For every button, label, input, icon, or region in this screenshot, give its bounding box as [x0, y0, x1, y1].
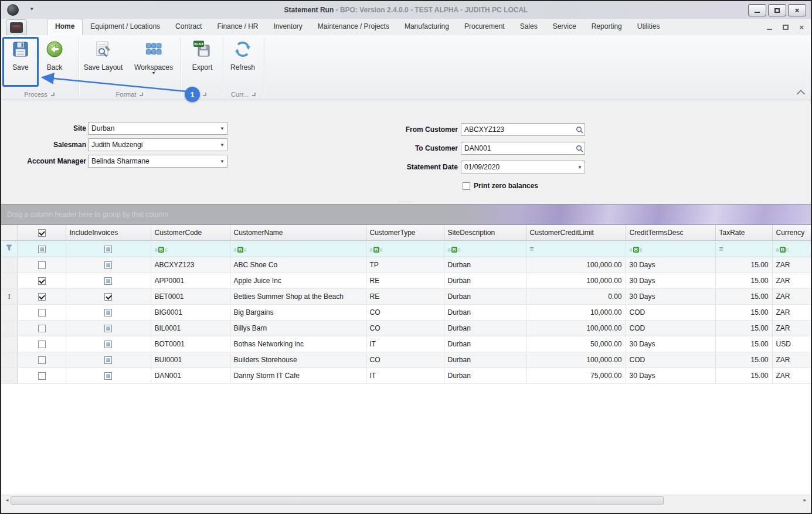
column-header-includeinvoices[interactable]: IncludeInvoices — [66, 225, 151, 241]
chevron-down-icon[interactable]: ▼ — [218, 159, 227, 164]
include-invoices-checkbox[interactable] — [104, 372, 112, 380]
chevron-down-icon[interactable]: ▼ — [575, 165, 585, 170]
application-button[interactable] — [6, 19, 27, 36]
horizontal-scrollbar[interactable]: ◄ ► — [1, 495, 811, 505]
include-invoices-checkbox[interactable] — [104, 341, 112, 348]
grid-row[interactable]: IBET0001Betties Summer Shop at the Beach… — [1, 289, 811, 305]
tab-maintenance-projects[interactable]: Maintenance / Projects — [310, 19, 397, 35]
scroll-right-icon[interactable]: ► — [800, 495, 810, 505]
maximize-button[interactable] — [768, 4, 786, 16]
filter-cell-customercode[interactable]: aBc — [151, 241, 230, 257]
filter-checkbox[interactable] — [104, 246, 112, 253]
grid-row[interactable]: ABCXYZ123ABC Shoe CoTPDurban100,000.0030… — [1, 257, 811, 273]
mdi-minimize-icon[interactable] — [767, 22, 772, 32]
row-select-checkbox[interactable] — [38, 325, 46, 332]
dialog-launcher-icon[interactable] — [203, 93, 206, 96]
filter-cell-customertype[interactable]: aBc — [366, 241, 444, 257]
dialog-launcher-icon[interactable] — [252, 93, 256, 96]
include-invoices-checkbox[interactable] — [104, 356, 112, 364]
column-header-customercreditlimit[interactable]: CustomerCreditLimit — [526, 225, 626, 241]
chevron-down-icon[interactable]: ▼ — [218, 126, 227, 131]
row-select-checkbox[interactable] — [38, 261, 46, 269]
row-select-checkbox[interactable] — [38, 309, 46, 316]
column-header-sitedescription[interactable]: SiteDescription — [444, 225, 526, 241]
column-header-customercode[interactable]: CustomerCode — [151, 225, 230, 241]
tab-equipment-locations[interactable]: Equipment / Locations — [83, 19, 168, 35]
splitter-handle[interactable] — [1, 199, 811, 204]
collapse-ribbon-icon[interactable] — [797, 90, 805, 98]
filter-cell-currency[interactable]: aBc — [772, 241, 811, 257]
row-select-cell[interactable] — [18, 368, 66, 384]
filter-cell-taxrate[interactable]: = — [715, 241, 772, 257]
from-customer-lookup[interactable]: ABCXYZ123 — [461, 123, 585, 136]
print-zero-balances-option[interactable]: Print zero balances — [463, 182, 538, 190]
column-header-taxrate[interactable]: TaxRate — [715, 225, 772, 241]
filter-checkbox[interactable] — [38, 246, 46, 253]
row-select-checkbox[interactable] — [38, 293, 46, 301]
dialog-launcher-icon[interactable] — [140, 93, 143, 96]
text-filter-icon[interactable]: aBc — [234, 245, 247, 253]
mdi-restore-icon[interactable] — [783, 22, 789, 32]
tab-inventory[interactable]: Inventory — [266, 19, 310, 35]
text-filter-icon[interactable]: aBc — [448, 245, 461, 253]
filter-cell-includeinvoices[interactable] — [66, 241, 151, 257]
back-button[interactable]: Back — [39, 38, 70, 88]
save-layout-button[interactable]: Save Layout — [82, 38, 124, 88]
grid-row[interactable]: BOT0001Bothas Networking incITDurban50,0… — [1, 336, 811, 352]
tab-manufacturing[interactable]: Manufacturing — [397, 19, 457, 35]
filter-cell-credittermsdesc[interactable]: aBc — [626, 241, 715, 257]
filter-cell-customername[interactable]: aBc — [230, 241, 366, 257]
column-header-currency[interactable]: Currency — [772, 225, 811, 241]
numeric-filter-icon[interactable]: = — [530, 245, 534, 253]
filter-select-cell[interactable] — [18, 241, 66, 257]
mdi-close-icon[interactable]: × — [799, 23, 804, 32]
include-invoices-cell[interactable] — [66, 321, 151, 336]
include-invoices-cell[interactable] — [66, 352, 151, 368]
include-invoices-cell[interactable] — [66, 257, 151, 273]
grid-row[interactable]: DAN001Danny Storm IT CafeITDurban75,000.… — [1, 368, 811, 384]
close-button[interactable]: × — [788, 4, 806, 16]
filter-cell-customercreditlimit[interactable]: = — [526, 241, 626, 257]
column-header-customertype[interactable]: CustomerType — [366, 225, 444, 241]
column-header-customername[interactable]: CustomerName — [230, 225, 366, 241]
to-customer-lookup[interactable]: DAN001 — [461, 142, 585, 155]
row-select-cell[interactable] — [18, 305, 66, 321]
text-filter-icon[interactable]: aBc — [630, 245, 643, 253]
include-invoices-cell[interactable] — [66, 336, 151, 352]
tab-utilities[interactable]: Utilities — [630, 19, 668, 35]
tab-sales[interactable]: Sales — [512, 19, 545, 35]
minimize-button[interactable] — [748, 4, 766, 16]
row-select-checkbox[interactable] — [38, 356, 46, 364]
tab-home[interactable]: Home — [47, 19, 83, 35]
group-by-panel[interactable]: Drag a column header here to group by th… — [1, 204, 811, 225]
grid-row[interactable]: BIL0001Billys BarnCODurban100,000.00COD1… — [1, 321, 811, 336]
row-select-cell[interactable] — [18, 352, 66, 368]
include-invoices-cell[interactable] — [66, 305, 151, 321]
include-invoices-cell[interactable] — [66, 273, 151, 289]
site-combo[interactable]: Durban ▼ — [88, 122, 227, 135]
include-invoices-checkbox[interactable] — [104, 261, 112, 269]
include-invoices-checkbox[interactable] — [104, 325, 112, 332]
column-header-credittermsdesc[interactable]: CreditTermsDesc — [626, 225, 715, 241]
scrollbar-thumb[interactable] — [11, 496, 664, 505]
select-all-checkbox[interactable] — [38, 229, 46, 237]
row-select-checkbox[interactable] — [38, 341, 46, 348]
include-invoices-checkbox[interactable] — [104, 309, 112, 316]
include-invoices-cell[interactable] — [66, 368, 151, 384]
salesman-combo[interactable]: Judith Mudzengi ▼ — [88, 138, 227, 151]
select-all-header[interactable] — [18, 225, 66, 241]
statement-date-picker[interactable]: 01/09/2020 ▼ — [461, 161, 585, 173]
row-select-cell[interactable] — [18, 336, 66, 352]
row-select-cell[interactable] — [18, 273, 66, 289]
tab-procurement[interactable]: Procurement — [457, 19, 512, 35]
row-select-checkbox[interactable] — [38, 277, 46, 285]
numeric-filter-icon[interactable]: = — [719, 245, 723, 253]
row-select-checkbox[interactable] — [38, 372, 46, 380]
account-manager-combo[interactable]: Belinda Sharmane ▼ — [88, 155, 227, 168]
text-filter-icon[interactable]: aBc — [155, 245, 168, 253]
row-select-cell[interactable] — [18, 289, 66, 305]
tab-finance-hr[interactable]: Finance / HR — [209, 19, 266, 35]
row-select-cell[interactable] — [18, 321, 66, 336]
search-icon[interactable] — [575, 126, 585, 134]
tab-service[interactable]: Service — [545, 19, 584, 35]
